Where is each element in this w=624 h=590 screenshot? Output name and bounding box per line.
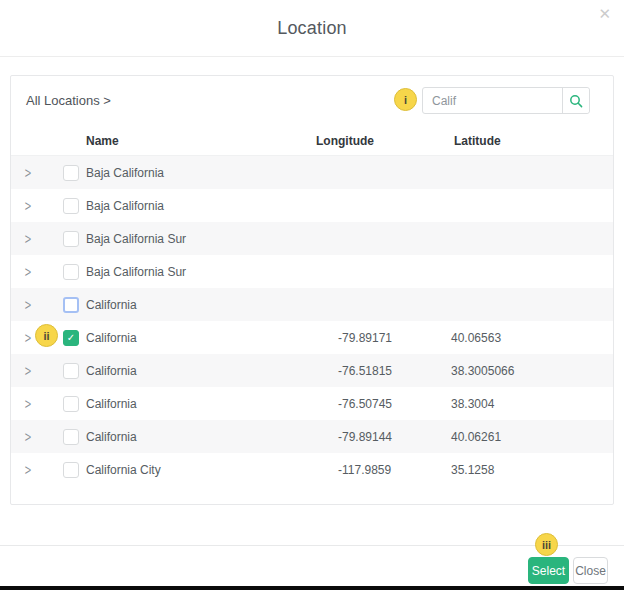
row-checkbox-focused[interactable]	[63, 297, 79, 313]
column-header-longitude: Longitude	[306, 134, 441, 148]
cell-longitude: -79.89171	[306, 331, 441, 345]
row-checkbox[interactable]	[63, 264, 79, 280]
table-row: > Baja California Sur	[11, 255, 613, 288]
cell-name: Baja California	[86, 199, 306, 213]
row-checkbox-checked[interactable]: ✓	[63, 330, 79, 346]
cell-name: California	[86, 397, 306, 411]
page-bottom-edge	[0, 586, 624, 590]
cell-latitude: 40.06261	[441, 430, 613, 444]
table-row-selected: ii > ✓ California -79.89171 40.06563	[11, 321, 613, 354]
cell-longitude: -76.51815	[306, 364, 441, 378]
expand-chevron-icon[interactable]: >	[25, 363, 31, 378]
annotation-badge-iii: iii	[535, 533, 558, 556]
cell-name: Baja California	[86, 166, 306, 180]
cell-latitude: 35.1258	[441, 463, 613, 477]
table-body: > Baja California > Baja California > Ba…	[11, 156, 613, 486]
search-group	[422, 87, 590, 114]
location-picker-panel: All Locations > i Name Longitude Latitud…	[10, 75, 614, 505]
cell-latitude: 38.3004	[441, 397, 613, 411]
cell-latitude: 40.06563	[441, 331, 613, 345]
expand-chevron-icon[interactable]: >	[25, 462, 31, 477]
table-header-row: Name Longitude Latitude	[11, 126, 613, 156]
cell-name: Baja California Sur	[86, 265, 306, 279]
annotation-badge-ii: ii	[35, 324, 58, 347]
table-row: > Baja California Sur	[11, 222, 613, 255]
expand-chevron-icon[interactable]: >	[25, 396, 31, 411]
table-row: > California City -117.9859 35.1258	[11, 453, 613, 486]
expand-chevron-icon[interactable]: >	[25, 165, 31, 180]
modal-title: Location	[277, 18, 347, 39]
row-checkbox[interactable]	[63, 198, 79, 214]
expand-chevron-icon[interactable]: >	[25, 330, 31, 345]
cell-name: California City	[86, 463, 306, 477]
row-checkbox[interactable]	[63, 396, 79, 412]
cell-longitude: -117.9859	[306, 463, 441, 477]
table-row: > California -76.51815 38.3005066	[11, 354, 613, 387]
footer-divider	[0, 545, 624, 546]
expand-chevron-icon[interactable]: >	[25, 231, 31, 246]
cell-longitude: -76.50745	[306, 397, 441, 411]
column-header-name: Name	[86, 134, 306, 148]
column-header-latitude: Latitude	[441, 134, 613, 148]
annotation-badge-i: i	[394, 88, 417, 111]
row-checkbox[interactable]	[63, 429, 79, 445]
check-icon: ✓	[67, 333, 75, 343]
cell-name: California	[86, 430, 306, 444]
row-checkbox[interactable]	[63, 231, 79, 247]
cell-name: California	[86, 331, 306, 345]
close-icon[interactable]: ✕	[595, 3, 614, 24]
expand-chevron-icon[interactable]: >	[25, 264, 31, 279]
expand-chevron-icon[interactable]: >	[25, 429, 31, 444]
modal-header: Location ✕	[0, 0, 624, 57]
locations-table: Name Longitude Latitude > Baja Californi…	[11, 126, 613, 486]
row-checkbox[interactable]	[63, 165, 79, 181]
cell-name: California	[86, 298, 306, 312]
magnifier-icon	[569, 94, 583, 108]
table-row: > California	[11, 288, 613, 321]
search-input[interactable]	[423, 88, 562, 113]
cell-longitude: -79.89144	[306, 430, 441, 444]
table-row: > Baja California	[11, 156, 613, 189]
table-row: > California -79.89144 40.06261	[11, 420, 613, 453]
search-button[interactable]	[562, 88, 589, 113]
select-button[interactable]: Select	[528, 557, 569, 584]
expand-chevron-icon[interactable]: >	[25, 198, 31, 213]
cell-name: California	[86, 364, 306, 378]
table-row: > California -76.50745 38.3004	[11, 387, 613, 420]
row-checkbox[interactable]	[63, 363, 79, 379]
cell-name: Baja California Sur	[86, 232, 306, 246]
breadcrumb[interactable]: All Locations >	[26, 93, 111, 108]
table-row: > Baja California	[11, 189, 613, 222]
cell-latitude: 38.3005066	[441, 364, 613, 378]
row-checkbox[interactable]	[63, 462, 79, 478]
expand-chevron-icon[interactable]: >	[25, 297, 31, 312]
close-button[interactable]: Close	[573, 557, 608, 584]
